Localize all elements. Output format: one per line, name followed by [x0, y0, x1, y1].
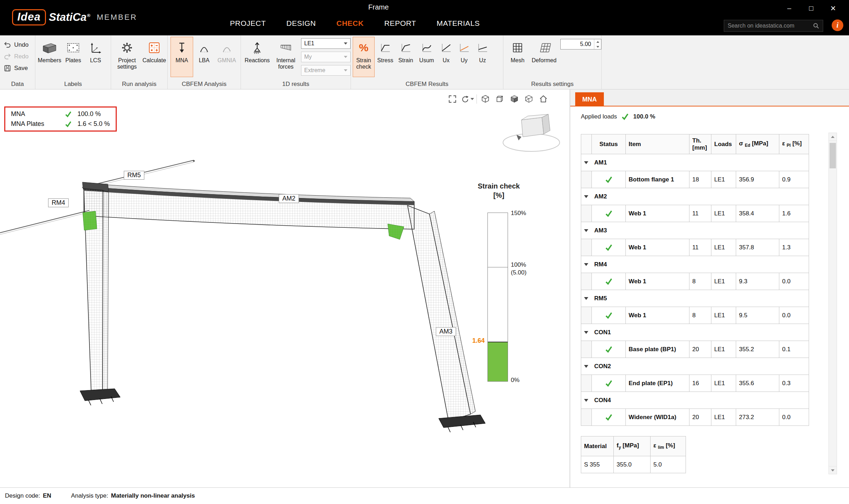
group-row[interactable]: AM2: [581, 188, 809, 205]
collapse-triangle-icon[interactable]: [584, 331, 588, 334]
undo-button[interactable]: Undo: [0, 39, 35, 51]
load-case-select[interactable]: LE1: [301, 38, 351, 49]
scroll-down-button[interactable]: [829, 466, 837, 474]
menu-tab-materials[interactable]: MATERIALS: [437, 18, 480, 29]
nav-cube[interactable]: [499, 113, 562, 156]
result-row[interactable]: Bottom flange 1 18 LE1 356.9 0.9: [581, 171, 809, 188]
collapse-triangle-icon[interactable]: [584, 297, 588, 300]
collapse-triangle-icon[interactable]: [584, 365, 588, 368]
group-row[interactable]: AM1: [581, 154, 809, 171]
member-label-am3[interactable]: AM3: [436, 327, 456, 336]
collapse-triangle-icon[interactable]: [584, 229, 588, 232]
result-row[interactable]: Web 1 8 LE1 9.5 0.0: [581, 307, 809, 324]
spinner-buttons: [594, 39, 601, 49]
mna-button[interactable]: MNA: [171, 37, 193, 77]
stress-button[interactable]: Stress: [375, 37, 395, 77]
row-status: [592, 205, 626, 222]
mesh-button[interactable]: Mesh: [506, 37, 529, 77]
uz-button[interactable]: Uz: [474, 37, 491, 77]
menu-tab-project[interactable]: PROJECT: [230, 18, 266, 29]
deformed-button[interactable]: Deformed: [530, 37, 558, 77]
calculate-button[interactable]: Calculate: [141, 37, 167, 77]
search-icon[interactable]: [813, 23, 819, 29]
deformed-scale-input[interactable]: 5.00: [560, 39, 601, 50]
scroll-up-icon: [831, 136, 834, 138]
ux-button[interactable]: Ux: [438, 37, 455, 77]
row-status: [592, 409, 626, 426]
group-name: CON1: [594, 329, 611, 336]
gmnia-button[interactable]: GMNIA: [215, 37, 238, 77]
lba-button[interactable]: LBA: [194, 37, 214, 77]
viewport-3d[interactable]: MNA 100.0 % MNA Plates 1.6 < 5.0 %: [0, 89, 570, 487]
menu-tab-design[interactable]: DESIGN: [287, 18, 316, 29]
result-row[interactable]: Widener (WID1a) 20 LE1 273.2 0.0: [581, 409, 809, 426]
reactions-button[interactable]: Reactions: [244, 37, 271, 77]
group-row[interactable]: AM3: [581, 222, 809, 239]
group-row[interactable]: RM5: [581, 290, 809, 307]
uy-button[interactable]: Uy: [455, 37, 473, 77]
member-label-rm5[interactable]: RM5: [124, 171, 144, 180]
spinner-up-button[interactable]: [594, 39, 601, 44]
row-loads: LE1: [711, 375, 736, 392]
home-view-button[interactable]: [537, 94, 549, 104]
sigma-subscript: Ed: [745, 143, 750, 148]
collapse-triangle-icon[interactable]: [584, 161, 588, 164]
result-row[interactable]: Base plate (BP1) 20 LE1 355.2 0.1: [581, 341, 809, 358]
lcs-button[interactable]: LCS: [86, 37, 105, 77]
group-name: RM5: [594, 295, 607, 302]
ribbon-group-1d-results: Reactions Internal forces LE1 My Extreme…: [241, 35, 351, 89]
summary-row-mna-plates: MNA Plates 1.6 < 5.0 %: [11, 120, 110, 128]
internal-forces-button[interactable]: Internal forces: [272, 37, 300, 77]
tab-mna[interactable]: MNA: [575, 92, 604, 106]
result-row[interactable]: Web 1 11 LE1 357.8 1.3: [581, 239, 809, 256]
component-select[interactable]: My: [301, 52, 351, 62]
eps-unit: [%]: [792, 140, 802, 147]
group-row[interactable]: CON4: [581, 392, 809, 409]
calculate-label: Calculate: [143, 57, 166, 64]
member-label-am2[interactable]: AM2: [279, 194, 299, 203]
render-solid-button[interactable]: [508, 94, 520, 104]
redo-button[interactable]: Redo: [0, 51, 35, 62]
rotate-view-button[interactable]: [461, 94, 474, 104]
view-iso-button[interactable]: [479, 94, 491, 104]
group-row[interactable]: CON2: [581, 358, 809, 375]
info-button[interactable]: i: [832, 19, 843, 31]
usum-button[interactable]: Usum: [416, 37, 437, 77]
collapse-triangle-icon[interactable]: [584, 195, 588, 198]
menu-tab-report[interactable]: REPORT: [384, 18, 416, 29]
group-row[interactable]: RM4: [581, 256, 809, 273]
project-settings-button[interactable]: Project settings: [114, 37, 140, 77]
toolbar-divider: [477, 94, 477, 104]
material-row[interactable]: S 355 355.0 5.0: [581, 456, 686, 473]
result-row[interactable]: End plate (EP1) 16 LE1 355.6 0.3: [581, 375, 809, 392]
fit-view-button[interactable]: [446, 94, 458, 104]
panel-scrollbar[interactable]: [828, 133, 837, 474]
summary-value: 1.6 < 5.0 %: [77, 120, 110, 128]
result-row[interactable]: Web 1 8 LE1 9.3 0.0: [581, 273, 809, 290]
plates-button[interactable]: Plates: [62, 37, 85, 77]
group-name: RM4: [594, 261, 607, 268]
extreme-select[interactable]: Extreme: [301, 65, 351, 76]
scroll-up-button[interactable]: [829, 133, 837, 141]
members-button[interactable]: Members: [38, 37, 61, 77]
member-label-rm4[interactable]: RM4: [48, 198, 69, 207]
save-button[interactable]: Save: [0, 62, 35, 74]
scrollbar-thumb[interactable]: [830, 143, 836, 168]
structure-mesh-view[interactable]: [0, 89, 570, 487]
minimize-button[interactable]: –: [778, 1, 800, 15]
collapse-triangle-icon[interactable]: [584, 399, 588, 402]
strain-button[interactable]: Strain: [396, 37, 416, 77]
result-row[interactable]: Web 1 11 LE1 358.4 1.6: [581, 205, 809, 222]
close-button[interactable]: ×: [822, 1, 844, 15]
menu-tab-check[interactable]: CHECK: [336, 18, 364, 29]
view-front-button[interactable]: [494, 94, 506, 104]
panel-tab-bar: MNA: [570, 89, 849, 106]
collapse-triangle-icon[interactable]: [584, 263, 588, 266]
eps-lim-symbol: ε: [653, 442, 656, 449]
spinner-down-button[interactable]: [594, 44, 601, 49]
search-input[interactable]: Search on ideastatica.com: [724, 20, 823, 32]
maximize-button[interactable]: □: [800, 1, 822, 15]
render-wireframe-button[interactable]: [523, 94, 535, 104]
strain-check-button[interactable]: % Strain check: [353, 37, 375, 77]
group-row[interactable]: CON1: [581, 324, 809, 341]
